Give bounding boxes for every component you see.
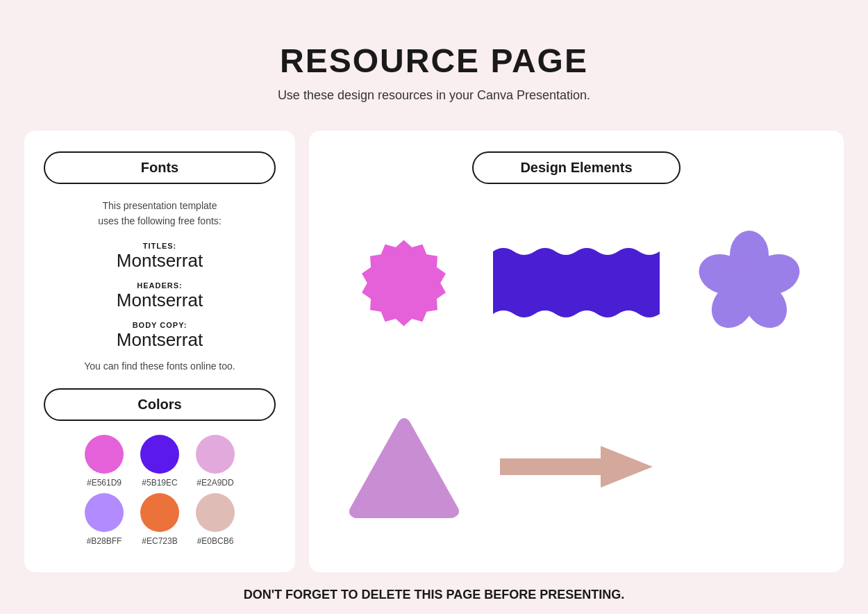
color-code-orange: #EC723B [142, 536, 177, 546]
font-label-headers: HEADERS: [44, 281, 276, 290]
shape-wavy-rect [493, 238, 660, 328]
color-swatches-row2: #B28BFF #EC723B #E0BCB6 [44, 493, 276, 546]
font-label-body: BODY COPY: [44, 321, 276, 329]
font-name-headers: Montserrat [44, 290, 276, 311]
font-entry-body: BODY COPY: Montserrat [44, 321, 276, 351]
arrow-svg [500, 432, 653, 501]
color-code-pink: #E561D9 [87, 478, 122, 488]
starburst-svg [350, 229, 458, 337]
wavy-rect-svg [493, 238, 660, 328]
header-section: RESOURCE PAGE Use these design resources… [0, 0, 868, 124]
shape-triangle [342, 411, 467, 522]
color-circle-blush [196, 493, 235, 532]
shape-arrow [500, 432, 653, 501]
color-circle-orange [140, 493, 179, 532]
design-elements-grid [328, 198, 824, 551]
fonts-description: This presentation template uses the foll… [44, 198, 276, 229]
svg-marker-0 [362, 240, 446, 326]
color-code-lavender: #B28BFF [87, 536, 122, 546]
footer-warning: DON'T FORGET TO DELETE THIS PAGE BEFORE … [0, 572, 868, 609]
color-circle-lavender [85, 493, 124, 532]
color-code-blush: #E0BCB6 [197, 536, 234, 546]
page-title: RESOURCE PAGE [0, 42, 868, 80]
triangle-svg [342, 411, 467, 522]
color-code-light-purple: #E2A9DD [197, 478, 233, 488]
shape-flower [697, 231, 801, 335]
color-code-purple: #5B19EC [142, 478, 177, 488]
color-swatch-5b19ec: #5B19EC [140, 435, 179, 488]
shape-starburst [350, 229, 458, 337]
svg-point-6 [728, 262, 770, 304]
color-circle-light-purple [196, 435, 235, 474]
fonts-heading: Fonts [44, 151, 276, 184]
page-subtitle: Use these design resources in your Canva… [0, 88, 868, 103]
color-swatch-e2a9dd: #E2A9DD [196, 435, 235, 488]
flower-svg [697, 231, 801, 335]
font-entry-titles: TITLES: Montserrat [44, 242, 276, 272]
color-swatch-e561d9: #E561D9 [85, 435, 124, 488]
colors-heading: Colors [44, 388, 276, 421]
font-label-titles: TITLES: [44, 242, 276, 250]
color-swatch-e0bcb6: #E0BCB6 [196, 493, 235, 546]
font-entry-headers: HEADERS: Montserrat [44, 281, 276, 311]
font-name-body: Montserrat [44, 329, 276, 351]
font-name-titles: Montserrat [44, 250, 276, 272]
main-content: Fonts This presentation template uses th… [24, 131, 844, 572]
color-swatch-b28bff: #B28BFF [85, 493, 124, 546]
fonts-panel: Fonts This presentation template uses th… [24, 131, 295, 572]
design-elements-heading: Design Elements [472, 151, 681, 184]
color-swatch-ec723b: #EC723B [140, 493, 179, 546]
color-circle-purple [140, 435, 179, 474]
color-swatches-row1: #E561D9 #5B19EC #E2A9DD [44, 435, 276, 488]
colors-section: Colors #E561D9 #5B19EC #E2A9DD [44, 388, 276, 546]
design-elements-panel: Design Elements [309, 131, 844, 572]
fonts-footer: You can find these fonts online too. [44, 360, 276, 372]
color-circle-pink [85, 435, 124, 474]
